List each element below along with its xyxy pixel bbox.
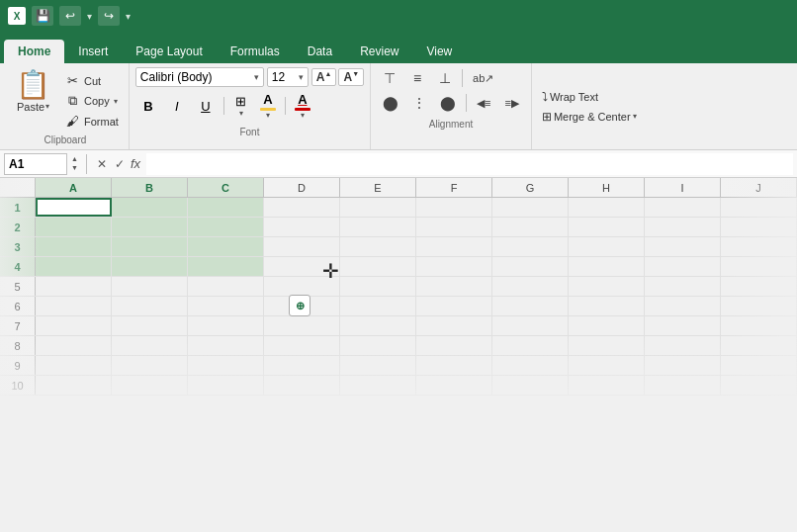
cell-H3[interactable]	[569, 237, 645, 256]
cell-E9[interactable]	[340, 356, 416, 375]
col-header-F[interactable]: F	[416, 178, 492, 197]
cell-B7[interactable]	[112, 316, 188, 335]
align-center-button[interactable]: ⋮	[406, 92, 432, 114]
cell-A6[interactable]	[36, 297, 112, 315]
cell-I8[interactable]	[645, 336, 721, 355]
font-size-select[interactable]: 12 ▾	[267, 67, 309, 87]
cancel-formula-button[interactable]: ✕	[95, 155, 109, 173]
cell-H5[interactable]	[569, 277, 645, 296]
cell-F8[interactable]	[416, 336, 492, 355]
cut-button[interactable]: ✂ Cut	[60, 71, 123, 90]
cell-I10[interactable]	[645, 376, 721, 395]
redo-button[interactable]: ↪	[98, 6, 120, 26]
align-right-button[interactable]: ⬤	[434, 92, 462, 114]
cell-G4[interactable]	[492, 257, 569, 276]
tab-insert[interactable]: Insert	[64, 40, 122, 63]
cell-F3[interactable]	[416, 237, 492, 256]
fill-color-button[interactable]: A ▾	[256, 90, 280, 122]
cell-J8[interactable]	[721, 336, 797, 355]
cell-F1[interactable]	[416, 198, 492, 217]
cell-J7[interactable]	[721, 316, 797, 335]
cell-E2[interactable]	[340, 218, 416, 236]
format-painter-button[interactable]: 🖌 Format	[60, 112, 123, 131]
paste-button[interactable]: 📋 Paste ▾	[8, 67, 58, 117]
cell-B9[interactable]	[112, 356, 188, 375]
font-size-increase-button[interactable]: A▲	[311, 68, 337, 86]
font-family-dropdown-icon[interactable]: ▾	[254, 72, 259, 82]
undo-button[interactable]: ↩	[59, 6, 81, 26]
cell-B2[interactable]	[112, 218, 188, 236]
cell-E1[interactable]	[340, 198, 416, 217]
bold-button[interactable]: B	[135, 96, 161, 117]
formula-input[interactable]	[146, 153, 793, 175]
cell-I9[interactable]	[645, 356, 721, 375]
cell-J3[interactable]	[721, 237, 797, 256]
cell-J9[interactable]	[721, 356, 797, 375]
cell-G10[interactable]	[492, 376, 569, 395]
col-header-I[interactable]: I	[645, 178, 721, 197]
wrap-text-button[interactable]: ⤵ Wrap Text	[538, 88, 641, 106]
cell-G5[interactable]	[492, 277, 569, 296]
decrease-indent-button[interactable]: ◀≡	[471, 94, 496, 113]
cell-A3[interactable]	[36, 237, 112, 256]
row-header-6[interactable]: 6	[0, 297, 36, 315]
font-color-dropdown-icon[interactable]: ▾	[301, 111, 305, 120]
col-header-D[interactable]: D	[264, 178, 340, 197]
cell-E5[interactable]	[340, 277, 416, 296]
align-top-button[interactable]: ⊤	[377, 67, 402, 89]
cell-E8[interactable]	[340, 336, 416, 355]
fill-color-dropdown-icon[interactable]: ▾	[266, 111, 270, 120]
tab-data[interactable]: Data	[294, 40, 346, 63]
italic-button[interactable]: I	[164, 96, 190, 117]
cell-E7[interactable]	[340, 316, 416, 335]
cell-H2[interactable]	[569, 218, 645, 236]
align-bottom-button[interactable]: ⊥	[432, 67, 458, 89]
cell-I1[interactable]	[645, 198, 721, 217]
cell-B10[interactable]	[112, 376, 188, 395]
cell-C10[interactable]	[188, 376, 264, 395]
col-header-B[interactable]: B	[112, 178, 188, 197]
cell-A8[interactable]	[36, 336, 112, 355]
row-header-8[interactable]: 8	[0, 336, 36, 355]
confirm-formula-button[interactable]: ✓	[113, 155, 127, 173]
cell-J1[interactable]	[721, 198, 797, 217]
row-header-4[interactable]: 4	[0, 257, 36, 276]
cell-G6[interactable]	[492, 297, 569, 315]
cell-E4[interactable]	[340, 257, 416, 276]
cell-I4[interactable]	[645, 257, 721, 276]
cell-C6[interactable]	[188, 297, 264, 315]
row-header-5[interactable]: 5	[0, 277, 36, 296]
cell-A2[interactable]	[36, 218, 112, 236]
cell-C3[interactable]	[188, 237, 264, 256]
align-left-button[interactable]: ⬤	[377, 92, 404, 114]
cell-D3[interactable]	[264, 237, 340, 256]
cell-F7[interactable]	[416, 316, 492, 335]
cell-B6[interactable]	[112, 297, 188, 315]
cell-H6[interactable]	[569, 297, 645, 315]
col-header-E[interactable]: E	[340, 178, 416, 197]
cell-A9[interactable]	[36, 356, 112, 375]
cell-E10[interactable]	[340, 376, 416, 395]
col-header-J[interactable]: J	[721, 178, 797, 197]
cell-A1[interactable]	[36, 198, 112, 217]
cell-D1[interactable]	[264, 198, 340, 217]
cell-B5[interactable]	[112, 277, 188, 296]
tab-formulas[interactable]: Formulas	[217, 40, 294, 63]
cell-F4[interactable]	[416, 257, 492, 276]
copy-dropdown-icon[interactable]: ▾	[114, 97, 118, 106]
cell-C2[interactable]	[188, 218, 264, 236]
cell-C7[interactable]	[188, 316, 264, 335]
cell-I6[interactable]	[645, 297, 721, 315]
cell-G9[interactable]	[492, 356, 569, 375]
cell-F9[interactable]	[416, 356, 492, 375]
row-header-2[interactable]: 2	[0, 218, 36, 236]
cell-ref-arrows[interactable]: ▲ ▼	[71, 155, 78, 172]
cell-reference-box[interactable]: A1	[4, 153, 67, 175]
cell-J5[interactable]	[721, 277, 797, 296]
cell-F2[interactable]	[416, 218, 492, 236]
cell-I2[interactable]	[645, 218, 721, 236]
cell-I3[interactable]	[645, 237, 721, 256]
paste-dropdown-icon[interactable]: ▾	[45, 102, 49, 111]
cell-J10[interactable]	[721, 376, 797, 395]
cell-D7[interactable]	[264, 316, 340, 335]
